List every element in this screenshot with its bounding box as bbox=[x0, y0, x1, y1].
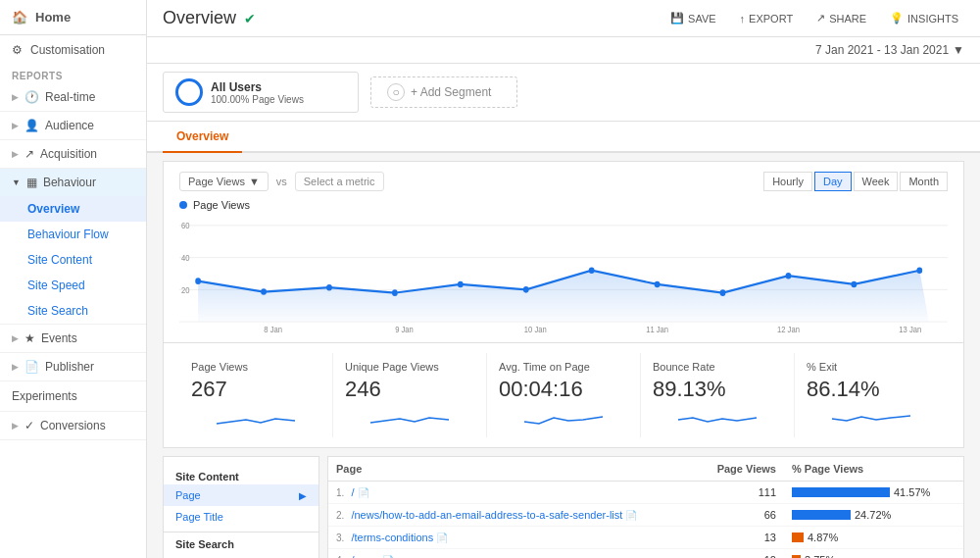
pct-text: 4.87% bbox=[808, 532, 838, 543]
time-day-btn[interactable]: Day bbox=[814, 172, 852, 191]
stat-bounce-rate: Bounce Rate 89.13% bbox=[641, 353, 795, 437]
metric-select-label: Page Views bbox=[188, 176, 245, 187]
sidebar-item-publisher[interactable]: ▶ 📄 Publisher bbox=[0, 353, 146, 380]
svg-text:11 Jan: 11 Jan bbox=[646, 326, 668, 332]
stat-bounce-sparkline bbox=[653, 406, 782, 430]
table-cell-pct: 41.57% bbox=[784, 482, 963, 504]
sidebar-item-realtime[interactable]: ▶ 🕐 Real-time bbox=[0, 83, 146, 111]
realtime-group: ▶ 🕐 Real-time bbox=[0, 83, 146, 112]
publisher-group: ▶ 📄 Publisher bbox=[0, 353, 146, 381]
svg-point-9 bbox=[326, 284, 332, 291]
save-icon: 💾 bbox=[670, 12, 684, 25]
sidebar-item-acquisition[interactable]: ▶ ↗ Acquisition bbox=[0, 140, 146, 168]
customisation-label: Customisation bbox=[30, 43, 105, 57]
stat-avgtime-label: Avg. Time on Page bbox=[499, 361, 628, 373]
insights-label: INSIGHTS bbox=[907, 13, 958, 25]
nav-page-title[interactable]: Page Title bbox=[164, 506, 318, 528]
table-row: 2. /news/how-to-add-an-email-address-to-… bbox=[328, 504, 963, 527]
sidebar-item-events[interactable]: ▶ ★ Events bbox=[0, 325, 146, 352]
sidebar-item-conversions[interactable]: ▶ ✓ Conversions bbox=[0, 412, 146, 439]
main-content: Overview ✔ 💾 SAVE ↑ EXPORT ↗ SHARE 💡 INS… bbox=[147, 0, 980, 558]
date-range[interactable]: 7 Jan 2021 - 13 Jan 2021 ▼ bbox=[147, 37, 980, 64]
pct-text: 3.75% bbox=[805, 554, 835, 558]
nav-search-term[interactable]: Search Term bbox=[164, 552, 318, 558]
select-metric-btn[interactable]: Select a metric bbox=[295, 172, 384, 191]
stat-exit-sparkline bbox=[807, 406, 936, 430]
stat-pageviews-sparkline bbox=[191, 406, 320, 430]
sidebar-sub-overview[interactable]: Overview bbox=[0, 196, 146, 222]
table-cell-views: 66 bbox=[697, 504, 784, 527]
save-button[interactable]: 💾 SAVE bbox=[664, 8, 722, 28]
tab-overview[interactable]: Overview bbox=[163, 122, 242, 153]
time-week-btn[interactable]: Week bbox=[854, 172, 899, 191]
stat-unique-sparkline bbox=[345, 406, 474, 430]
svg-text:20: 20 bbox=[181, 285, 190, 295]
time-buttons: Hourly Day Week Month bbox=[763, 172, 948, 191]
svg-point-17 bbox=[852, 281, 858, 288]
page-link[interactable]: /terms-conditions bbox=[351, 532, 433, 543]
header-left: Overview ✔ bbox=[163, 8, 256, 28]
segment-box[interactable]: All Users 100.00% Page Views bbox=[163, 72, 359, 113]
pct-bar bbox=[792, 510, 851, 520]
svg-point-12 bbox=[523, 286, 529, 293]
conversions-group: ▶ ✓ Conversions bbox=[0, 412, 146, 440]
time-hourly-btn[interactable]: Hourly bbox=[763, 172, 812, 191]
stat-page-views: Page Views 267 bbox=[179, 353, 333, 437]
svg-point-7 bbox=[195, 278, 201, 284]
time-month-btn[interactable]: Month bbox=[900, 172, 948, 191]
page-link[interactable]: /news/how-to-add-an-email-address-to-a-s… bbox=[351, 509, 622, 521]
date-range-label: 7 Jan 2021 - 13 Jan 2021 bbox=[815, 43, 949, 57]
table-row: 4. /news 📄 10 3.75% bbox=[328, 549, 963, 559]
main-header: Overview ✔ 💾 SAVE ↑ EXPORT ↗ SHARE 💡 INS… bbox=[147, 0, 980, 37]
table-cell-pct: 3.75% bbox=[784, 549, 963, 559]
col-pct-header: % Page Views bbox=[784, 457, 963, 482]
stat-pageviews-label: Page Views bbox=[191, 361, 320, 373]
sidebar-item-audience[interactable]: ▶ 👤 Audience bbox=[0, 112, 146, 139]
chart-svg: 60 40 20 bbox=[179, 215, 948, 332]
sidebar-item-experiments[interactable]: Experiments bbox=[0, 381, 146, 411]
svg-text:60: 60 bbox=[181, 222, 190, 231]
table-row: 1. / 📄 111 41.57% bbox=[328, 482, 963, 504]
audience-group: ▶ 👤 Audience bbox=[0, 112, 146, 140]
site-content-section: Site Content bbox=[164, 465, 318, 484]
add-segment-button[interactable]: ○ + Add Segment bbox=[370, 76, 517, 108]
page-link[interactable]: / bbox=[351, 486, 354, 498]
sidebar-sub-site-speed[interactable]: Site Speed bbox=[0, 273, 146, 298]
home-label: Home bbox=[35, 10, 71, 25]
svg-point-16 bbox=[786, 273, 792, 279]
col-page-header: Page bbox=[328, 457, 697, 482]
metric-select-dropdown[interactable]: Page Views ▼ bbox=[179, 172, 269, 191]
table-row: 3. /terms-conditions 📄 13 4.87% bbox=[328, 527, 963, 549]
doc-icon[interactable]: 📄 bbox=[436, 533, 448, 543]
svg-point-11 bbox=[458, 281, 464, 288]
behaviour-icon: ▦ bbox=[26, 176, 37, 189]
add-segment-label: + Add Segment bbox=[411, 85, 491, 99]
nav-page[interactable]: Page ▶ bbox=[164, 484, 318, 506]
legend-label: Page Views bbox=[193, 199, 250, 211]
table-cell-page: 1. / 📄 bbox=[328, 482, 697, 504]
audience-label: Audience bbox=[45, 119, 94, 132]
svg-text:9 Jan: 9 Jan bbox=[395, 326, 414, 332]
sidebar-sub-behaviour-flow[interactable]: Behaviour Flow bbox=[0, 222, 146, 247]
sidebar-sub-site-search[interactable]: Site Search bbox=[0, 298, 146, 324]
svg-point-8 bbox=[261, 288, 267, 295]
table-cell-pct: 4.87% bbox=[784, 527, 963, 549]
insights-button[interactable]: 💡 INSIGHTS bbox=[884, 8, 964, 28]
realtime-label: Real-time bbox=[45, 90, 95, 104]
conversions-label: Conversions bbox=[40, 419, 106, 432]
page-link[interactable]: /news bbox=[351, 554, 379, 558]
sidebar-sub-site-content[interactable]: Site Content bbox=[0, 247, 146, 273]
export-button[interactable]: ↑ EXPORT bbox=[734, 9, 800, 28]
share-button[interactable]: ↗ SHARE bbox=[810, 8, 872, 28]
table-cell-page: 4. /news 📄 bbox=[328, 549, 697, 559]
sidebar-item-customisation[interactable]: ⚙ Customisation bbox=[0, 35, 146, 65]
home-item[interactable]: 🏠 Home bbox=[0, 0, 146, 35]
chart-controls: Page Views ▼ vs Select a metric Hourly D… bbox=[179, 172, 948, 191]
chart-area: Page Views ▼ vs Select a metric Hourly D… bbox=[163, 161, 964, 343]
expand-icon2: ▶ bbox=[12, 121, 19, 130]
share-label: SHARE bbox=[829, 13, 866, 25]
doc-icon[interactable]: 📄 bbox=[358, 487, 369, 498]
doc-icon[interactable]: 📄 bbox=[625, 510, 637, 521]
sidebar-item-behaviour[interactable]: ▼ ▦ Behaviour bbox=[0, 169, 146, 196]
segment-name: All Users bbox=[211, 80, 304, 94]
